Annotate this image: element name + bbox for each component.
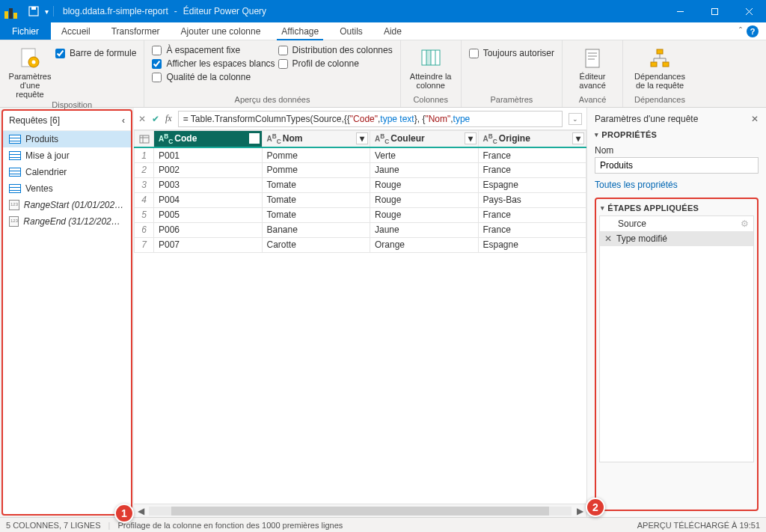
properties-section[interactable]: PROPRIÉTÉS [595,130,759,139]
step-source[interactable]: Source ⚙ [600,216,753,231]
close-settings-icon[interactable]: ✕ [751,114,759,124]
filter-dropdown-icon[interactable]: ▾ [248,132,260,144]
scroll-right-icon[interactable]: ▶ [573,506,586,516]
cell[interactable]: Carotte [262,237,370,252]
query-item-0[interactable]: Produits [3,131,131,147]
collapse-ribbon-icon[interactable]: ˆ [739,26,742,37]
cell[interactable]: Tomate [262,207,370,222]
query-item-1[interactable]: Mise à jour [3,147,131,164]
fx-icon[interactable]: fx [165,113,172,124]
cell[interactable]: France [478,207,586,222]
cell[interactable]: Tomate [262,192,370,207]
cell[interactable]: Tomate [262,177,370,192]
scroll-left-icon[interactable]: ◀ [134,506,147,516]
cell[interactable]: P002 [154,162,263,177]
goto-column-button[interactable]: Atteindre la colonne [408,43,453,94]
table-row[interactable]: 4P004TomateRougePays-Bas [135,192,586,207]
tab-home[interactable]: Accueil [51,22,101,40]
cell[interactable]: P004 [154,192,263,207]
minimize-button[interactable] [663,0,697,22]
filter-dropdown-icon[interactable]: ▾ [572,132,584,144]
cell[interactable]: France [478,162,586,177]
cell[interactable]: France [478,147,586,162]
table-row[interactable]: 1P001PommeVerteFrance [135,147,586,162]
query-settings-button[interactable]: Paramètres d'une requête [7,43,52,99]
cell[interactable]: Rouge [370,207,479,222]
cancel-formula-icon[interactable]: ✕ [138,114,146,124]
query-item-5[interactable]: RangeEnd (31/12/2022 0... [3,213,131,230]
always-allow-checkbox[interactable]: Toujours autoriser [469,46,554,60]
horizontal-scrollbar[interactable]: ◀ ▶ [134,504,586,517]
formula-dropdown-icon[interactable]: ⌄ [569,113,582,125]
cell[interactable]: P006 [154,222,263,237]
all-properties-link[interactable]: Toutes les propriétés [595,180,759,190]
maximize-button[interactable] [697,0,732,22]
grid-corner[interactable] [135,131,154,148]
row-number[interactable]: 5 [135,207,154,222]
cell[interactable]: Espagne [478,237,586,252]
tab-transform[interactable]: Transformer [101,22,171,40]
row-number[interactable]: 6 [135,222,154,237]
tab-help[interactable]: Aide [373,22,412,40]
row-number[interactable]: 3 [135,177,154,192]
delete-step-icon[interactable]: ✕ [604,233,612,244]
column-profile-checkbox[interactable]: Profil de colonne [278,57,393,70]
cell[interactable]: Rouge [370,192,479,207]
column-header-code[interactable]: ABC Code▾ [154,131,263,148]
table-row[interactable]: 5P005TomateRougeFrance [135,207,586,222]
table-row[interactable]: 6P006BananeJauneFrance [135,222,586,237]
column-header-couleur[interactable]: ABC Couleur▾ [370,131,479,148]
gear-icon[interactable]: ⚙ [741,218,749,229]
query-item-3[interactable]: Ventes [3,180,131,197]
cell[interactable]: Pays-Bas [478,192,586,207]
cell[interactable]: Pomme [262,162,370,177]
filter-dropdown-icon[interactable]: ▾ [465,132,477,144]
qat-dropdown-icon[interactable]: ▾ [45,7,49,16]
query-name-input[interactable] [595,157,759,174]
query-item-4[interactable]: RangeStart (01/01/2021... [3,197,131,213]
table-row[interactable]: 2P002PommeJauneFrance [135,162,586,177]
queries-header[interactable]: Requêtes [6] ‹ [3,111,131,131]
data-grid[interactable]: ABC Code▾ABC Nom▾ABC Couleur▾ABC Origine… [134,130,586,504]
cell[interactable]: Pomme [262,147,370,162]
formula-bar-checkbox[interactable]: Barre de formule [55,46,136,60]
formula-input[interactable]: = Table.TransformColumnTypes(Source,{{"C… [178,111,563,127]
status-profiling[interactable]: Profilage de la colonne en fonction des … [117,521,343,530]
cell[interactable]: P005 [154,207,263,222]
column-header-origine[interactable]: ABC Origine▾ [478,131,586,148]
table-row[interactable]: 7P007CarotteOrangeEspagne [135,237,586,252]
save-icon[interactable] [28,6,39,16]
close-button[interactable] [732,0,766,22]
row-number[interactable]: 7 [135,237,154,252]
advanced-editor-button[interactable]: Éditeur avancé [570,43,615,94]
row-number[interactable]: 2 [135,162,154,177]
steps-section[interactable]: ÉTAPES APPLIQUÉES [601,204,753,213]
tab-view[interactable]: Affichage [271,22,329,40]
cell[interactable]: Orange [370,237,479,252]
cell[interactable]: P003 [154,177,263,192]
help-icon[interactable]: ? [747,25,759,37]
cell[interactable]: Espagne [478,177,586,192]
tab-file[interactable]: Fichier [0,22,51,40]
cell[interactable]: P007 [154,237,263,252]
column-quality-checkbox[interactable]: Qualité de la colonne [152,70,275,84]
cell[interactable]: Banane [262,222,370,237]
cell[interactable]: P001 [154,147,263,162]
query-dependencies-button[interactable]: Dépendances de la requête [631,43,689,94]
monospaced-checkbox[interactable]: À espacement fixe [152,43,275,57]
tab-add-column[interactable]: Ajouter une colonne [171,22,272,40]
show-whitespace-checkbox[interactable]: Afficher les espaces blancs [152,57,275,70]
cell[interactable]: Jaune [370,162,479,177]
cell[interactable]: Rouge [370,177,479,192]
filter-dropdown-icon[interactable]: ▾ [356,132,368,144]
cell[interactable]: Verte [370,147,479,162]
column-distribution-checkbox[interactable]: Distribution des colonnes [278,43,393,57]
row-number[interactable]: 4 [135,192,154,207]
cell[interactable]: France [478,222,586,237]
tab-tools[interactable]: Outils [329,22,373,40]
commit-formula-icon[interactable]: ✔ [152,114,159,124]
column-header-nom[interactable]: ABC Nom▾ [262,131,370,148]
step-type-modified[interactable]: ✕ Type modifié [600,231,753,246]
chevron-left-icon[interactable]: ‹ [122,115,125,126]
row-number[interactable]: 1 [135,147,154,162]
